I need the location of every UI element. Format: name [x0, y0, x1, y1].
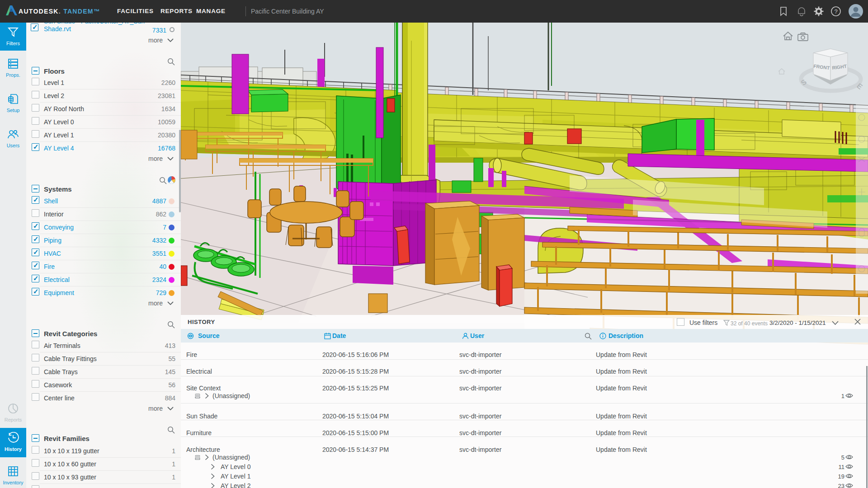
svg-text:?: ?	[834, 8, 837, 15]
